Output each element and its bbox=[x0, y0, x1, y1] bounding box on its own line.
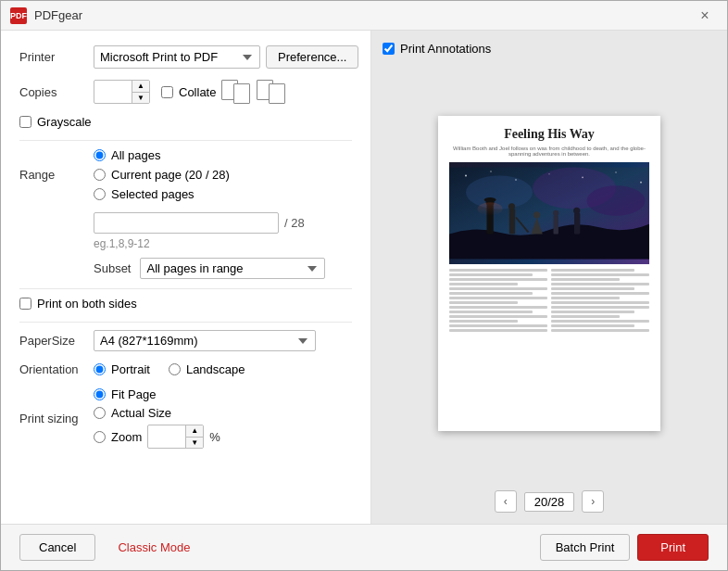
preview-image bbox=[449, 162, 649, 264]
print-button[interactable]: Print bbox=[637, 534, 709, 561]
zoom-up-button[interactable]: ▲ bbox=[186, 425, 203, 437]
svg-point-15 bbox=[508, 203, 515, 209]
page-icon-4 bbox=[269, 83, 285, 104]
collate-checkbox[interactable] bbox=[161, 86, 173, 98]
text-line bbox=[449, 278, 547, 281]
left-panel: Printer Microsoft Print to PDFAdobe PDFO… bbox=[1, 31, 371, 524]
prev-page-button[interactable]: ‹ bbox=[495, 490, 517, 513]
divider-2 bbox=[19, 288, 352, 289]
batch-print-button[interactable]: Batch Print bbox=[540, 534, 631, 561]
annotations-checkbox[interactable] bbox=[383, 43, 395, 55]
current-page-row: Current page (20 / 28) bbox=[94, 168, 230, 182]
text-line bbox=[449, 315, 547, 318]
selected-pages-radio[interactable] bbox=[94, 188, 106, 200]
print-dialog: PDF PDFgear × Printer Microsoft Print to… bbox=[0, 0, 728, 571]
preview-title: Feeling His Way bbox=[449, 127, 649, 142]
svg-point-1 bbox=[465, 174, 467, 176]
zoom-input[interactable]: 100 bbox=[148, 428, 185, 446]
selected-pages-label: Selected pages bbox=[111, 187, 195, 201]
portrait-radio[interactable] bbox=[94, 363, 106, 375]
portrait-row: Portrait bbox=[94, 362, 150, 376]
grayscale-checkbox[interactable] bbox=[19, 116, 31, 128]
all-pages-radio[interactable] bbox=[94, 149, 106, 161]
page-range-input[interactable]: 1-28 bbox=[94, 212, 279, 234]
text-line bbox=[449, 301, 518, 304]
all-pages-label: All pages bbox=[111, 148, 160, 162]
page-icon-2 bbox=[233, 83, 250, 104]
footer-right: Batch Print Print bbox=[540, 534, 709, 561]
printer-select[interactable]: Microsoft Print to PDFAdobe PDFOneNote bbox=[94, 45, 260, 69]
footer: Cancel Classic Mode Batch Print Print bbox=[1, 524, 727, 570]
text-line bbox=[449, 297, 547, 299]
preview-text-block bbox=[449, 269, 649, 334]
text-col-1 bbox=[449, 269, 547, 334]
text-line bbox=[551, 301, 649, 304]
classic-mode-button[interactable]: Classic Mode bbox=[110, 537, 197, 558]
actual-size-row: Actual Size bbox=[94, 406, 220, 420]
current-page-radio[interactable] bbox=[94, 169, 106, 181]
range-row: Range All pages Current page (20 / 28) bbox=[19, 148, 352, 201]
landscape-row: Landscape bbox=[169, 362, 245, 376]
svg-rect-20 bbox=[574, 213, 580, 235]
zoom-spinner-buttons: ▲ ▼ bbox=[185, 425, 203, 448]
preference-button[interactable]: Preference... bbox=[266, 45, 358, 69]
landscape-radio[interactable] bbox=[169, 363, 181, 375]
app-title: PDFgear bbox=[34, 8, 82, 22]
text-line bbox=[449, 283, 518, 286]
text-line bbox=[449, 306, 547, 309]
svg-point-8 bbox=[466, 175, 533, 209]
zoom-input-wrap: 100 ▲ ▼ bbox=[147, 425, 204, 449]
text-line bbox=[449, 329, 547, 332]
svg-point-7 bbox=[640, 181, 642, 183]
svg-point-22 bbox=[478, 202, 503, 215]
spinner-buttons: ▲ ▼ bbox=[132, 81, 149, 103]
copies-up-button[interactable]: ▲ bbox=[132, 81, 149, 92]
cancel-button[interactable]: Cancel bbox=[19, 534, 95, 561]
orientation-row: Orientation Portrait Landscape bbox=[19, 362, 352, 376]
close-button[interactable]: × bbox=[692, 3, 718, 29]
svg-point-13 bbox=[484, 197, 496, 201]
actual-size-radio[interactable] bbox=[94, 407, 106, 419]
text-line bbox=[551, 273, 649, 276]
zoom-unit: % bbox=[209, 430, 220, 444]
collate-wrap: Collate bbox=[161, 80, 285, 104]
preview-page: Feeling His Way William Booth and Joel f… bbox=[438, 116, 660, 431]
range-section: Range All pages Current page (20 / 28) bbox=[19, 148, 352, 279]
zoom-radio[interactable] bbox=[94, 431, 106, 443]
paper-size-row: PaperSize A4 (827*1169mm)Letter (850*110… bbox=[19, 330, 352, 351]
paper-size-select[interactable]: A4 (827*1169mm)Letter (850*1100mm)Legal … bbox=[94, 330, 316, 351]
collate-label: Collate bbox=[179, 85, 216, 99]
title-bar: PDF PDFgear × bbox=[1, 1, 727, 31]
right-panel: Print Annotations Feeling His Way Willia… bbox=[371, 31, 727, 524]
both-sides-row: Print on both sides bbox=[19, 297, 352, 311]
both-sides-label: Print on both sides bbox=[37, 297, 137, 311]
svg-rect-18 bbox=[554, 215, 559, 234]
fit-page-radio[interactable] bbox=[94, 388, 106, 400]
orientation-label: Orientation bbox=[19, 362, 94, 376]
svg-point-6 bbox=[615, 171, 616, 172]
copies-label: Copies bbox=[19, 85, 94, 99]
page-range-row: 1-28 / 28 bbox=[94, 212, 352, 234]
annotations-label: Print Annotations bbox=[400, 42, 491, 56]
range-hint: eg.1,8,9-12 bbox=[94, 237, 352, 250]
subset-row: Subset All pages in rangeOdd pages onlyE… bbox=[94, 258, 352, 279]
app-icon: PDF bbox=[10, 7, 27, 24]
text-line bbox=[551, 278, 620, 281]
text-line bbox=[449, 287, 547, 290]
svg-rect-14 bbox=[509, 209, 515, 234]
total-pages: 28 bbox=[551, 495, 564, 509]
text-line bbox=[449, 311, 533, 313]
main-content: Printer Microsoft Print to PDFAdobe PDFO… bbox=[1, 31, 727, 524]
text-line bbox=[449, 320, 518, 323]
both-sides-checkbox[interactable] bbox=[19, 298, 31, 310]
text-line bbox=[551, 287, 634, 290]
copies-row: Copies 1 ▲ ▼ Collate bbox=[19, 80, 352, 104]
next-page-button[interactable]: › bbox=[582, 490, 604, 513]
actual-size-label: Actual Size bbox=[111, 406, 171, 420]
preview-subtitle: William Booth and Joel follows on was fr… bbox=[449, 146, 649, 157]
subset-select[interactable]: All pages in rangeOdd pages onlyEven pag… bbox=[140, 258, 325, 279]
zoom-down-button[interactable]: ▼ bbox=[186, 437, 203, 448]
zoom-label: Zoom bbox=[111, 430, 142, 444]
copies-down-button[interactable]: ▼ bbox=[132, 92, 149, 103]
copies-input[interactable]: 1 bbox=[94, 83, 132, 101]
